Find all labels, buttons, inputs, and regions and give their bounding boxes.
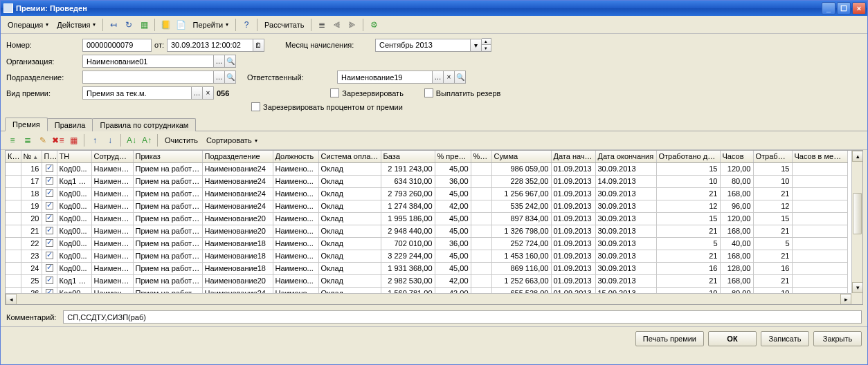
- dept-select-icon[interactable]: …: [214, 71, 225, 84]
- delete-row-icon[interactable]: ✖≡: [51, 133, 66, 147]
- month-input[interactable]: [375, 39, 471, 52]
- move-up-icon[interactable]: ↑: [87, 133, 102, 147]
- column-header[interactable]: % премии: [435, 151, 471, 162]
- sort-desc-icon[interactable]: A↑: [139, 133, 154, 147]
- column-header[interactable]: ТН: [57, 151, 91, 162]
- column-header[interactable]: Сотрудник: [91, 151, 133, 162]
- column-header[interactable]: Должность: [273, 151, 318, 162]
- minimize-button[interactable]: _: [822, 2, 835, 15]
- column-header[interactable]: Подразделение: [202, 151, 273, 162]
- pay-reserve-checkbox[interactable]: Выплатить резерв: [424, 88, 501, 97]
- bonus-type-select-icon[interactable]: …: [192, 86, 203, 100]
- window-title: Премии: Проведен: [16, 4, 820, 12]
- org-select-icon[interactable]: …: [214, 55, 225, 68]
- table-row[interactable]: 20Код00...Наимено...Прием на работу ...Н…: [6, 212, 847, 225]
- sort-asc-icon[interactable]: A↓: [124, 133, 139, 147]
- settings-icon[interactable]: ⚙: [366, 18, 381, 32]
- add-row-icon[interactable]: ≡: [5, 133, 20, 147]
- top-toolbar: Операция▾ Действия▾ ↤ ↻ ▦ 📒 📄 Перейти▾ ?…: [1, 16, 867, 34]
- month-dropdown-icon[interactable]: ▾: [471, 39, 482, 52]
- column-header[interactable]: % л...: [471, 151, 491, 162]
- copy-row-icon[interactable]: ≣: [20, 133, 35, 147]
- maximize-button[interactable]: ☐: [837, 2, 851, 15]
- column-header[interactable]: Дата окончания: [595, 151, 656, 162]
- resp-select-icon[interactable]: …: [433, 71, 444, 84]
- column-header[interactable]: Дата нача...: [551, 151, 595, 162]
- calculate-button[interactable]: Рассчитать: [260, 19, 308, 30]
- column-header[interactable]: Отработано дней: [656, 151, 720, 162]
- close-action-button[interactable]: Закрыть: [813, 331, 862, 346]
- date-input[interactable]: [167, 39, 253, 52]
- tab-bonus[interactable]: Премия: [5, 118, 48, 131]
- table-row[interactable]: 25Код1 0...Наимено...Прием на работу ...…: [6, 274, 847, 287]
- print-button[interactable]: Печать премии: [635, 331, 704, 346]
- reserve-checkbox[interactable]: Зарезервировать: [330, 88, 404, 97]
- menu-actions[interactable]: Действия▾: [53, 19, 100, 30]
- column-header[interactable]: Система оплаты: [318, 151, 381, 162]
- column-header[interactable]: П...: [42, 151, 57, 162]
- tab-rules[interactable]: Правила: [47, 118, 93, 131]
- move-down-icon[interactable]: ↓: [102, 133, 118, 147]
- from-label: от:: [154, 41, 164, 49]
- close-button[interactable]: ×: [852, 2, 866, 15]
- post-document-icon[interactable]: ▦: [136, 18, 152, 32]
- menu-operation[interactable]: Операция▾: [3, 19, 53, 30]
- edit-row-icon[interactable]: ✎: [35, 133, 51, 147]
- org-open-icon[interactable]: 🔍: [225, 55, 236, 68]
- table-row[interactable]: 19Код00...Наимено...Прием на работу ...Н…: [6, 200, 847, 212]
- horizontal-scrollbar[interactable]: ◂▸: [6, 293, 851, 304]
- vertical-scrollbar[interactable]: ▴▾: [851, 151, 862, 293]
- column-header[interactable]: Сумма: [491, 151, 551, 162]
- month-label: Месяц начисления:: [285, 41, 375, 49]
- list-icon[interactable]: ≣: [314, 18, 329, 32]
- dept-open-icon[interactable]: 🔍: [225, 71, 236, 84]
- bonus-type-label: Вид премии:: [6, 89, 82, 97]
- dept-label: Подразделение:: [6, 73, 82, 82]
- column-header[interactable]: №▲: [21, 151, 42, 162]
- tab-strip: Премия Правила Правила по сотрудникам: [1, 117, 867, 131]
- resp-clear-icon[interactable]: ×: [444, 71, 455, 84]
- table-row[interactable]: 24Код00...Наимено...Прием на работу ...Н…: [6, 262, 847, 274]
- month-spinner[interactable]: ▴▾: [482, 38, 491, 52]
- tab-rules-employees[interactable]: Правила по сотрудникам: [92, 118, 196, 131]
- bonus-type-input[interactable]: [82, 86, 192, 100]
- data-grid[interactable]: К...№▲П...ТНСотрудникПриказПодразделение…: [5, 150, 863, 305]
- reserve-pct-checkbox[interactable]: Зарезервировать процентом от премии: [251, 102, 403, 111]
- column-header[interactable]: База: [381, 151, 435, 162]
- table-row[interactable]: 16Код00...Наимено...Прием на работу ...Н…: [6, 162, 847, 175]
- report-icon[interactable]: 📄: [173, 18, 188, 32]
- column-header[interactable]: Отработа...: [753, 151, 792, 162]
- table-row[interactable]: 17Код1 0...Наимено...Прием на работу ...…: [6, 175, 847, 187]
- title-bar: Премии: Проведен _ ☐ ×: [1, 1, 867, 16]
- column-header[interactable]: К...: [6, 151, 21, 162]
- sort-button[interactable]: Сортировать▾: [202, 135, 262, 146]
- resp-open-icon[interactable]: 🔍: [455, 71, 466, 84]
- back-icon[interactable]: ↤: [106, 18, 121, 32]
- table-row[interactable]: 21Код00...Наимено...Прием на работу ...Н…: [6, 225, 847, 237]
- table-row[interactable]: 18Код00...Наимено...Прием на работу ...Н…: [6, 187, 847, 200]
- number-label: Номер:: [6, 41, 82, 49]
- repost-icon[interactable]: ↻: [121, 18, 136, 32]
- org-input[interactable]: [82, 55, 214, 68]
- table-row[interactable]: 23Код00...Наимено...Прием на работу ...Н…: [6, 250, 847, 262]
- button-bar: Печать премии ОК Записать Закрыть: [1, 326, 867, 350]
- bonus-type-clear-icon[interactable]: ×: [203, 86, 214, 100]
- menu-goto[interactable]: Перейти▾: [188, 19, 233, 30]
- column-header[interactable]: Часов в месяце: [792, 151, 847, 162]
- column-header[interactable]: Часов: [720, 151, 753, 162]
- help-icon[interactable]: ?: [239, 18, 254, 32]
- save-button[interactable]: Записать: [761, 331, 809, 346]
- resp-input[interactable]: [337, 71, 433, 84]
- ledger-icon[interactable]: 📒: [158, 18, 173, 32]
- clear-button[interactable]: Очистить: [161, 135, 202, 146]
- ok-button[interactable]: ОК: [708, 331, 757, 346]
- align-right-icon[interactable]: ⫸: [345, 18, 360, 32]
- dept-input[interactable]: [82, 71, 214, 84]
- table-row[interactable]: 22Код00...Наимено...Прием на работу ...Н…: [6, 237, 847, 250]
- align-left-icon[interactable]: ⫷: [329, 18, 345, 32]
- calendar-icon[interactable]: 🗓: [253, 39, 264, 52]
- comment-input[interactable]: [63, 310, 862, 324]
- column-header[interactable]: Приказ: [133, 151, 202, 162]
- number-input[interactable]: [82, 39, 152, 52]
- delete-all-icon[interactable]: ▦: [66, 133, 81, 147]
